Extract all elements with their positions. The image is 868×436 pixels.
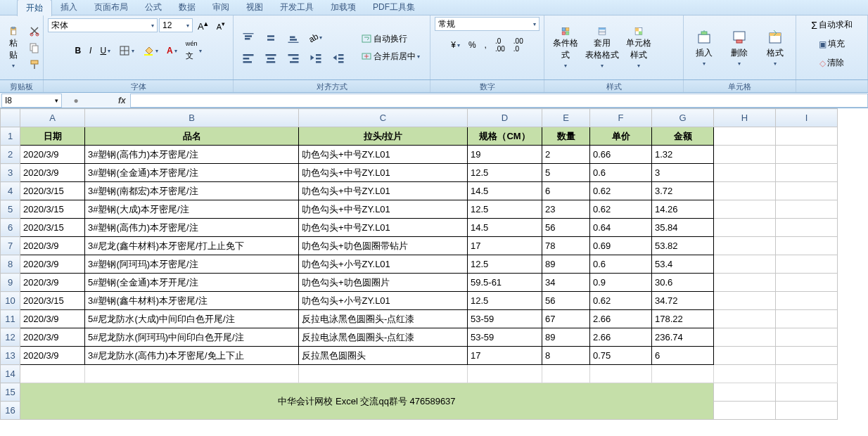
insert-cells-button[interactable]: 插入▾	[688, 25, 720, 71]
data-cell[interactable]: 0.64	[590, 219, 652, 237]
clear-button[interactable]: ◇清除	[816, 55, 848, 71]
data-cell[interactable]: 2020/3/9	[20, 274, 85, 292]
ribbon-tab-2[interactable]: 页面布局	[86, 0, 136, 15]
col-header-I[interactable]: I	[776, 109, 838, 127]
row-header-6[interactable]: 6	[1, 219, 20, 237]
orientation-button[interactable]: ab▾	[305, 31, 326, 45]
align-left-button[interactable]	[238, 49, 259, 67]
data-cell[interactable]: 56	[542, 219, 590, 237]
col-header-B[interactable]: B	[85, 109, 299, 127]
format-cells-button[interactable]: 格式▾	[759, 25, 791, 71]
data-cell[interactable]: 0.9	[590, 274, 652, 292]
empty-cell[interactable]	[714, 365, 776, 383]
footer-cell[interactable]: 中华会计网校 Excel 交流qq群号 476589637	[20, 383, 714, 420]
row-header-14[interactable]: 14	[1, 365, 20, 383]
data-cell[interactable]: 3.72	[652, 182, 714, 200]
fill-color-button[interactable]: ▾	[139, 43, 162, 58]
data-cell[interactable]: 8	[542, 347, 590, 365]
row-header-3[interactable]: 3	[1, 164, 20, 182]
ribbon-tab-0[interactable]: 开始	[17, 0, 52, 16]
bold-button[interactable]: B	[71, 44, 84, 58]
border-button[interactable]: ▾	[115, 43, 138, 58]
data-cell[interactable]: 3#塑钢(南都宏)本牙密尾/注	[85, 182, 299, 200]
cut-button[interactable]	[25, 23, 44, 39]
data-cell[interactable]: 34	[542, 274, 590, 292]
data-cell[interactable]: 0.75	[590, 347, 652, 365]
grow-font-button[interactable]: A▴	[194, 17, 212, 34]
data-cell[interactable]: 56	[542, 292, 590, 310]
data-cell[interactable]: 1.32	[652, 146, 714, 164]
table-header-cell[interactable]: 规格（CM）	[468, 127, 542, 146]
data-cell[interactable]: 2	[542, 146, 590, 164]
col-header-E[interactable]: E	[542, 109, 590, 127]
name-box[interactable]: I8 ▾	[1, 94, 62, 108]
italic-button[interactable]: I	[86, 44, 95, 58]
table-header-cell[interactable]: 数量	[542, 127, 590, 146]
percent-button[interactable]: %	[465, 38, 480, 52]
delete-cells-button[interactable]: 删除▾	[723, 25, 755, 71]
data-cell[interactable]: 2020/3/9	[20, 347, 85, 365]
ribbon-tab-3[interactable]: 公式	[136, 0, 170, 15]
data-cell[interactable]: 反拉电泳黑色圆圈头-点红漆	[299, 328, 468, 347]
align-top-button[interactable]	[238, 29, 259, 47]
row-header-4[interactable]: 4	[1, 182, 20, 200]
data-cell[interactable]: 反拉电泳黑色圆圈头-点红漆	[299, 310, 468, 328]
data-cell[interactable]: 3#塑钢(全金通)本牙密尾/注	[85, 164, 299, 182]
number-format-select[interactable]: ▾	[435, 17, 540, 31]
col-header-G[interactable]: G	[652, 109, 714, 127]
col-header-C[interactable]: C	[299, 109, 468, 127]
data-cell[interactable]: 0.62	[590, 182, 652, 200]
ribbon-tab-5[interactable]: 审阅	[204, 0, 238, 15]
empty-cell[interactable]	[468, 365, 542, 383]
comma-button[interactable]: ,	[481, 38, 490, 52]
row-header-10[interactable]: 10	[1, 292, 20, 310]
data-cell[interactable]: 30.6	[652, 274, 714, 292]
data-cell[interactable]: 3#塑钢(大成)本牙密尾/注	[85, 200, 299, 219]
data-cell[interactable]: 12.5	[468, 164, 542, 182]
row-header-15[interactable]: 15	[1, 383, 20, 402]
fx-icon[interactable]: fx	[118, 96, 126, 105]
data-cell[interactable]: 2020/3/15	[20, 200, 85, 219]
font-name-select[interactable]: ▾	[48, 18, 158, 32]
data-cell[interactable]: 89	[542, 255, 590, 274]
data-cell[interactable]: 2020/3/15	[20, 182, 85, 200]
table-header-cell[interactable]: 日期	[20, 127, 85, 146]
data-cell[interactable]: 反拉黑色圆圈头	[299, 347, 468, 365]
row-header-5[interactable]: 5	[1, 200, 20, 219]
col-header-H[interactable]: H	[714, 109, 776, 127]
number-format-input[interactable]	[438, 19, 530, 29]
data-cell[interactable]: 3#尼龙(鑫牛材料)本牙密尾/打上止免下	[85, 237, 299, 255]
data-cell[interactable]: 17	[468, 237, 542, 255]
data-cell[interactable]: 3#塑钢(阿珂玛)本牙密尾/注	[85, 255, 299, 274]
data-cell[interactable]: 叻色勾头+中号ZY.L01	[299, 182, 468, 200]
data-cell[interactable]: 19	[468, 146, 542, 164]
ribbon-tab-9[interactable]: PDF工具集	[364, 0, 423, 15]
row-header-2[interactable]: 2	[1, 146, 20, 164]
row-header-16[interactable]: 16	[1, 402, 20, 420]
data-cell[interactable]: 6	[542, 182, 590, 200]
data-cell[interactable]: 0.62	[590, 292, 652, 310]
data-cell[interactable]: 78	[542, 237, 590, 255]
data-cell[interactable]: 5#尼龙防水(大成)中间印白色开尾/注	[85, 310, 299, 328]
ribbon-tab-1[interactable]: 插入	[52, 0, 86, 15]
data-cell[interactable]: 3#塑钢(高伟力)本牙密尾/注	[85, 219, 299, 237]
data-cell[interactable]: 叻色勾头+中号ZY.L01	[299, 219, 468, 237]
data-cell[interactable]: 叻色勾头+中号ZY.L01	[299, 200, 468, 219]
data-cell[interactable]: 3	[652, 164, 714, 182]
empty-cell[interactable]	[590, 365, 652, 383]
data-cell[interactable]: 53-59	[468, 310, 542, 328]
data-cell[interactable]: 59.5-61	[468, 274, 542, 292]
font-color-button[interactable]: A▾	[163, 44, 181, 58]
paste-button[interactable]: 粘贴 ▾	[4, 25, 23, 71]
data-cell[interactable]: 35.84	[652, 219, 714, 237]
table-header-cell[interactable]: 品名	[85, 127, 299, 146]
select-all-cell[interactable]	[1, 109, 20, 127]
empty-cell[interactable]	[542, 365, 590, 383]
data-cell[interactable]: 53.82	[652, 237, 714, 255]
data-cell[interactable]: 23	[542, 200, 590, 219]
fill-button[interactable]: ▣填充	[815, 36, 848, 52]
data-cell[interactable]: 叻色勾头+中号ZY.L01	[299, 146, 468, 164]
row-header-13[interactable]: 13	[1, 347, 20, 365]
row-header-11[interactable]: 11	[1, 310, 20, 328]
data-cell[interactable]: 2020/3/15	[20, 292, 85, 310]
